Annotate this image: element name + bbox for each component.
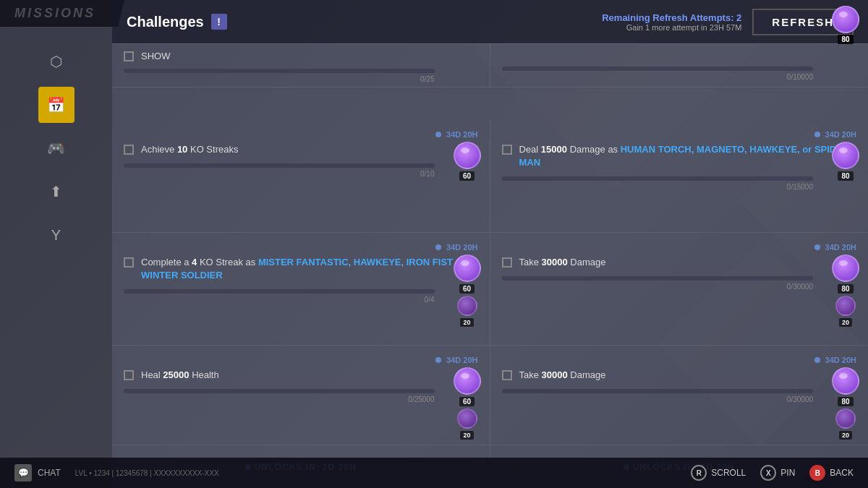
- reward-count-mr: 80: [838, 171, 853, 181]
- challenges-title: Challenges: [127, 14, 204, 30]
- challenge-row-hl: Heal 25000 Health: [124, 369, 478, 382]
- challenge-top-right: 80 0/10000: [490, 44, 869, 87]
- challenge-checkbox[interactable]: [124, 51, 134, 61]
- reward-count-small-hr: 20: [839, 431, 852, 440]
- progress-container-ml: 0/10: [124, 163, 478, 178]
- challenges-badge: !: [211, 14, 227, 30]
- reward-gem-small-hl: [457, 408, 477, 429]
- challenge-text-mr: Deal 15000 Damage as HUMAN TORCH, MAGNET…: [519, 143, 857, 169]
- challenge-streak-right: 34D 20H Take 30000 Damage 80 20 0/30000: [490, 233, 869, 346]
- sidebar-item-upgrade[interactable]: ⬆: [38, 174, 75, 210]
- y-label: Y: [51, 227, 61, 244]
- progress-container-sr: 0/30000: [502, 276, 857, 291]
- bottom-chat: 💬 CHAT: [14, 464, 61, 481]
- challenge-text-show: SHOW: [141, 50, 478, 63]
- challenge-checkbox-hl[interactable]: [124, 370, 134, 380]
- reward-count-small-hl: 20: [460, 431, 473, 440]
- chat-icon: 💬: [14, 464, 32, 481]
- challenge-checkbox-sr[interactable]: [502, 257, 512, 267]
- challenge-checkbox-sl[interactable]: [124, 257, 134, 267]
- progress-container: 0/25: [124, 69, 478, 83]
- pin-btn[interactable]: X: [760, 465, 776, 481]
- reward-gem-hr: [832, 367, 859, 395]
- challenge-timer-hr: 34D 20H: [502, 356, 857, 364]
- challenge-top-left: SHOW 60 0/25: [112, 44, 490, 87]
- timer-dot: [435, 132, 441, 137]
- progress-bar-bg-tr: [502, 67, 814, 71]
- progress-text-tr: 0/10000: [502, 73, 814, 81]
- scroll-control: R SCROLL: [691, 465, 746, 481]
- controller-icon: 🎮: [47, 140, 65, 157]
- back-btn[interactable]: B: [809, 465, 825, 481]
- progress-container-sl: 0/4: [124, 289, 478, 304]
- challenge-row-hr: Take 30000 Damage: [502, 369, 857, 382]
- challenges-grid: SHOW 60 0/25 80: [112, 43, 868, 488]
- progress-bar-bg-mr: [502, 176, 814, 181]
- reward-gem-small-sr: [835, 296, 856, 316]
- progress-text-mr: 0/15000: [502, 183, 814, 191]
- timer-dot-sl: [435, 244, 441, 250]
- challenge-checkbox-mr[interactable]: [502, 145, 512, 155]
- main-content: Challenges ! Remaining Refresh Attempts:…: [112, 0, 868, 488]
- timer-dot-mr: [814, 132, 820, 137]
- player-info: LVL • 1234 | 12345678 | XXXXXXXXXX-XXX: [75, 469, 219, 477]
- challenge-timer-hl: 34D 20H: [124, 356, 478, 364]
- reward-gem-mr: [832, 142, 859, 169]
- challenge-row-sr: Take 30000 Damage: [502, 256, 857, 269]
- progress-text-ml: 0/10: [124, 170, 435, 178]
- sidebar-item-inventory[interactable]: ⬡: [38, 43, 75, 80]
- challenge-streak-left: 34D 20H Complete a 4 KO Streak as MISTER…: [112, 233, 490, 346]
- challenge-timer-ml: 34D 20H: [124, 130, 478, 139]
- progress-text-hl: 0/25000: [124, 395, 435, 403]
- reward-area-hl: 60 20: [454, 367, 481, 440]
- reward-count-sr: 80: [838, 284, 853, 294]
- progress-container-mr: 0/15000: [502, 176, 857, 191]
- reward-count-small-sl: 20: [460, 318, 473, 327]
- reward-count-ml: 60: [459, 171, 475, 181]
- refresh-timer-text: Gain 1 more attempt in 23H 57M: [602, 23, 741, 32]
- progress-bar-bg-sl: [124, 289, 435, 294]
- reward-area-hr: 80 20: [832, 367, 859, 440]
- progress-bar-bg: [124, 69, 435, 73]
- challenge-timer-sl: 34D 20H: [124, 243, 478, 252]
- pin-control: X PIN: [760, 465, 795, 481]
- bottom-bar: 💬 CHAT LVL • 1234 | 12345678 | XXXXXXXXX…: [0, 458, 868, 488]
- progress-text-sr: 0/30000: [502, 283, 814, 291]
- reward-count-hl: 60: [459, 397, 475, 406]
- progress-bar-bg-sr: [502, 276, 814, 281]
- challenge-text-hl: Heal 25000 Health: [141, 369, 478, 382]
- challenges-header: Challenges ! Remaining Refresh Attempts:…: [112, 0, 868, 43]
- bottom-controls: R SCROLL X PIN B BACK: [691, 465, 854, 481]
- progress-text: 0/25: [124, 75, 435, 83]
- progress-text-hr: 0/30000: [502, 395, 814, 403]
- challenge-mid-right: 34D 20H Deal 15000 Damage as HUMAN TORCH…: [490, 120, 869, 233]
- reward-count-sl: 60: [459, 284, 475, 294]
- progress-bar-bg-hl: [124, 389, 435, 393]
- inventory-icon: ⬡: [50, 53, 62, 70]
- back-control: B BACK: [809, 465, 854, 481]
- challenge-checkbox-hr[interactable]: [502, 370, 512, 380]
- pin-label: PIN: [780, 468, 795, 478]
- challenge-timer-sr: 34D 20H: [502, 243, 857, 252]
- progress-container-hl: 0/25000: [124, 389, 478, 403]
- scroll-btn[interactable]: R: [691, 465, 707, 481]
- refresh-info: Remaining Refresh Attempts: 2 Gain 1 mor…: [602, 12, 741, 32]
- challenge-checkbox-ml[interactable]: [124, 145, 134, 155]
- timer-dot-sr: [814, 244, 820, 250]
- timer-dot-hr: [814, 357, 820, 363]
- challenge-heal-right: 34D 20H Take 30000 Damage 80 20 0/30000: [490, 346, 869, 445]
- challenge-row-ml: Achieve 10 KO Streaks: [124, 143, 478, 156]
- timer-dot-hl: [435, 357, 441, 363]
- sidebar-item-y[interactable]: Y: [38, 217, 75, 253]
- progress-container-tr: 0/10000: [502, 67, 857, 81]
- sidebar-item-challenges[interactable]: 🎮: [38, 130, 75, 166]
- scroll-label: SCROLL: [711, 468, 746, 478]
- reward-gem-small-hr: [835, 408, 856, 429]
- reward-count-small-sr: 20: [839, 318, 852, 327]
- chat-label: CHAT: [38, 468, 61, 478]
- challenge-row-mr: Deal 15000 Damage as HUMAN TORCH, MAGNET…: [502, 143, 857, 169]
- progress-text-sl: 0/4: [124, 296, 435, 304]
- sidebar-item-missions[interactable]: 📅: [38, 87, 75, 123]
- reward-gem-ml: [454, 142, 481, 169]
- reward-gem-hl: [454, 367, 481, 395]
